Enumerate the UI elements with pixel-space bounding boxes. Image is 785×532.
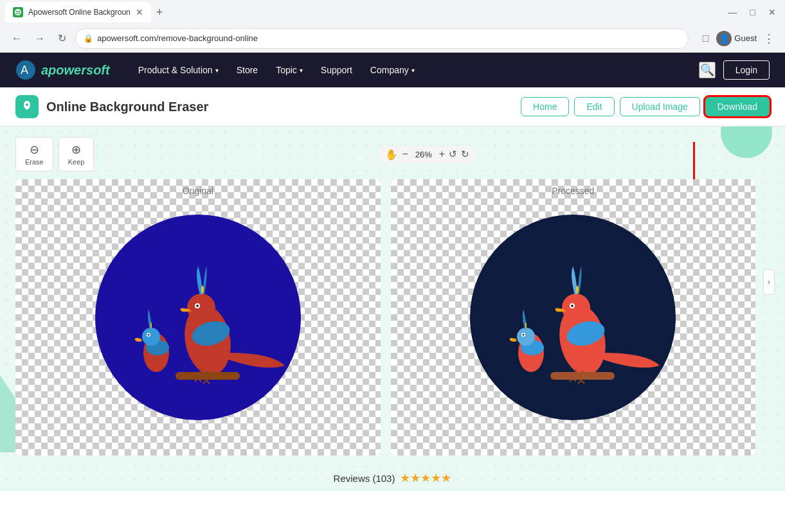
original-panel: Original — [15, 179, 381, 456]
svg-rect-10 — [176, 372, 240, 380]
tool-title: Online Background Eraser — [46, 100, 208, 114]
svg-point-24 — [517, 328, 535, 346]
reviews-stars: ★★★★★ — [400, 471, 451, 485]
svg-point-15 — [147, 334, 149, 336]
main-content: Online Background Eraser Home Edit Uploa… — [0, 87, 785, 491]
processed-bird-image — [470, 215, 676, 420]
original-bird-image — [95, 215, 301, 420]
lock-icon: 🔒 — [84, 34, 93, 43]
processed-bird-svg — [480, 224, 666, 411]
svg-point-13 — [142, 328, 160, 346]
svg-text:🖼: 🖼 — [16, 10, 21, 15]
zoom-level: 26% — [412, 150, 435, 159]
profile-name: Guest — [734, 33, 757, 43]
rotate-right-button[interactable]: ↻ — [461, 148, 469, 160]
new-tab-button[interactable]: + — [154, 3, 166, 22]
header-right: 🔍 Login — [699, 60, 770, 80]
browser-navbar: ← → ↻ 🔒 apowersoft.com/remove-background… — [0, 24, 785, 53]
company-chevron-icon: ▾ — [411, 67, 415, 74]
svg-point-18 — [562, 294, 590, 322]
rotate-left-button[interactable]: ↺ — [449, 148, 457, 160]
sidebar-toggle-button[interactable]: › — [763, 269, 775, 295]
zoom-minus-button[interactable]: − — [402, 148, 408, 160]
svg-point-9 — [196, 305, 199, 307]
extensions-button[interactable]: □ — [699, 29, 713, 48]
zoom-plus-button[interactable]: + — [439, 148, 445, 160]
svg-text:A: A — [21, 64, 28, 76]
processed-label: Processed — [552, 186, 594, 196]
refresh-button[interactable]: ↻ — [54, 28, 70, 48]
download-button[interactable]: Download — [705, 97, 770, 116]
erase-label: Erase — [25, 158, 44, 166]
tab-close-icon[interactable]: ✕ — [136, 7, 143, 17]
upload-image-button[interactable]: Upload Image — [620, 97, 700, 116]
panels-container: Original — [15, 179, 755, 456]
site-header: A apowersoft Product & Solution ▾ Store … — [0, 53, 785, 87]
reviews-text: Reviews (103) ★★★★★ — [334, 471, 452, 485]
erase-tool-button[interactable]: ⊖ Erase — [15, 137, 53, 172]
back-button[interactable]: ← — [8, 29, 26, 48]
tool-logo-icon — [20, 100, 34, 114]
svg-point-4 — [26, 103, 28, 106]
address-bar[interactable]: 🔒 apowersoft.com/remove-background-onlin… — [75, 28, 689, 49]
erase-icon: ⊖ — [30, 143, 39, 157]
nav-topic[interactable]: Topic ▾ — [268, 61, 311, 79]
nav-support[interactable]: Support — [313, 61, 360, 79]
svg-point-26 — [523, 334, 525, 336]
browser-titlebar: 🖼 Apowersoft Online Backgroun ✕ + — □ ✕ — [0, 0, 785, 24]
minimize-icon[interactable]: — — [725, 4, 741, 20]
login-button[interactable]: Login — [723, 60, 770, 80]
product-chevron-icon: ▾ — [215, 67, 219, 74]
tool-header: Online Background Eraser Home Edit Uploa… — [0, 87, 785, 127]
tab-favicon: 🖼 — [13, 7, 23, 17]
search-button[interactable]: 🔍 — [699, 62, 716, 78]
keep-tool-button[interactable]: ⊕ Keep — [59, 137, 95, 172]
home-nav-button[interactable]: Home — [521, 97, 569, 116]
close-icon[interactable]: ✕ — [764, 4, 780, 20]
tool-logo — [15, 95, 39, 118]
svg-rect-21 — [550, 372, 615, 380]
topic-chevron-icon: ▾ — [300, 67, 303, 74]
maximize-icon[interactable]: □ — [746, 4, 759, 20]
address-text: apowersoft.com/remove-background-online — [97, 33, 680, 43]
reviews-label: Reviews (103) — [334, 473, 395, 484]
profile-button[interactable]: 👤 Guest — [716, 31, 757, 46]
nav-company[interactable]: Company ▾ — [363, 61, 422, 79]
svg-point-7 — [187, 294, 215, 322]
reviews-bar: Reviews (103) ★★★★★ — [0, 463, 785, 491]
forward-button[interactable]: → — [31, 29, 49, 48]
logo-text: apowersoft — [41, 63, 110, 78]
tool-nav-buttons: Home Edit Upload Image Download — [521, 97, 770, 116]
nav-product-solution[interactable]: Product & Solution ▾ — [131, 61, 226, 79]
site-logo[interactable]: A apowersoft — [15, 60, 110, 80]
site-nav: Product & Solution ▾ Store Topic ▾ Suppo… — [131, 61, 422, 79]
browser-tab[interactable]: 🖼 Apowersoft Online Backgroun ✕ — [5, 2, 151, 22]
profile-avatar: 👤 — [716, 31, 732, 46]
original-label: Original — [183, 186, 213, 196]
window-controls: — □ ✕ — [725, 4, 780, 20]
editor-toolbar: ⊖ Erase ⊕ Keep ✋ − 26% + ↺ ↻ — [15, 134, 755, 174]
processed-panel: Processed — [391, 179, 756, 456]
tab-title: Apowersoft Online Backgroun — [28, 8, 131, 17]
svg-point-20 — [571, 305, 573, 307]
logo-icon: A — [15, 60, 36, 80]
browser-nav-right: □ 👤 Guest ⋮ — [699, 29, 777, 48]
zoom-controls: ✋ − 26% + ↺ ↻ — [379, 146, 476, 163]
keep-label: Keep — [68, 158, 85, 166]
more-options-button[interactable]: ⋮ — [761, 29, 777, 48]
keep-icon: ⊕ — [71, 143, 81, 157]
zoom-out-button[interactable]: ✋ — [385, 148, 398, 161]
original-bird-svg — [105, 224, 291, 411]
editor-left: ⊖ Erase ⊕ Keep ✋ − 26% + ↺ ↻ — [15, 134, 755, 456]
edit-nav-button[interactable]: Edit — [574, 97, 614, 116]
editor-area: ⊖ Erase ⊕ Keep ✋ − 26% + ↺ ↻ — [0, 127, 785, 463]
nav-store[interactable]: Store — [229, 61, 266, 79]
